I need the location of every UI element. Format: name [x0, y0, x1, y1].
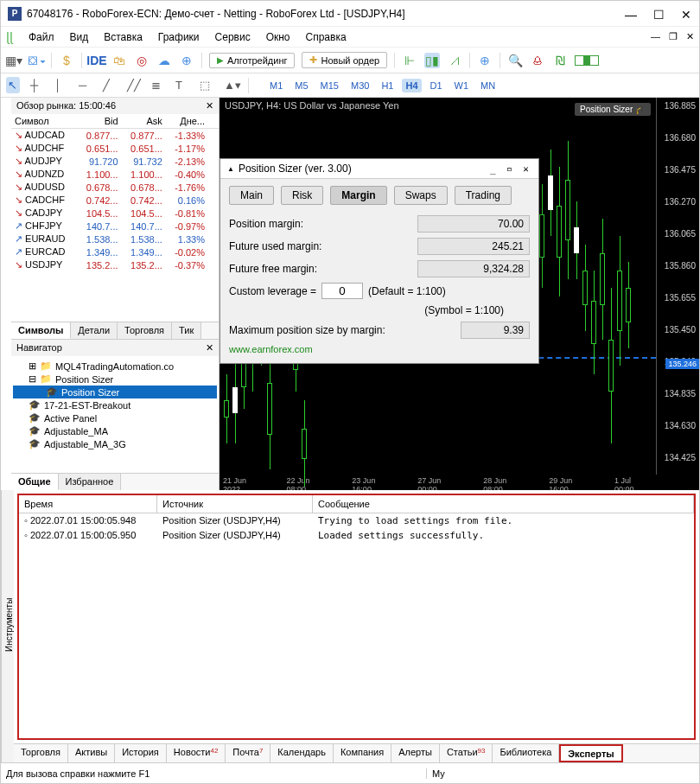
bottom-tab[interactable]: История	[115, 744, 167, 762]
tree-item[interactable]: 🎓 Position Sizer	[13, 386, 217, 398]
col-day[interactable]: Дне...	[166, 114, 208, 129]
trendline-icon[interactable]: ╱	[103, 79, 117, 92]
search-icon[interactable]: 🔍	[507, 53, 523, 68]
bottom-tab[interactable]: Компания	[334, 744, 391, 762]
tree-item[interactable]: 🎓 Adjustable_MA	[13, 424, 217, 437]
timeframe-M1[interactable]: M1	[266, 79, 286, 92]
dialog-collapse-icon[interactable]: ▲	[227, 165, 234, 173]
menu-service[interactable]: Сервис	[215, 31, 251, 43]
crosshair-icon[interactable]: ┼	[30, 79, 44, 92]
log-row[interactable]: ◦ 2022.07.01 15:00:05.950Position Sizer …	[19, 528, 694, 543]
log-col-source[interactable]: Источник	[157, 495, 313, 513]
profile-icon[interactable]: ⛋▾	[29, 53, 44, 68]
symbol-row[interactable]: ↘ USDJPY 135.2... 135.2... -0.37%	[11, 258, 219, 271]
fibo-icon[interactable]: ≣	[151, 79, 165, 92]
menu-file[interactable]: Файл	[29, 31, 54, 43]
maximize-button[interactable]: ☐	[652, 8, 665, 20]
timeframe-H4[interactable]: H4	[402, 79, 421, 92]
child-minimize-icon[interactable]: —	[651, 31, 660, 42]
market-tab[interactable]: Торговля	[118, 322, 172, 339]
nav-tab[interactable]: Избранное	[59, 474, 122, 490]
equidistant-icon[interactable]: ╱╱	[127, 79, 141, 92]
alert-icon[interactable]: 🕭	[530, 53, 545, 68]
menu-help[interactable]: Справка	[306, 31, 347, 43]
ide-button[interactable]: IDE	[89, 53, 105, 68]
dialog-controls[interactable]: _ ▫ ✕	[490, 163, 531, 175]
new-order-button[interactable]: ✚Новый ордер	[302, 52, 387, 68]
timeframe-H1[interactable]: H1	[378, 79, 397, 92]
vline-icon[interactable]: │	[54, 79, 68, 92]
col-symbol[interactable]: Символ	[11, 114, 77, 129]
child-close-icon[interactable]: ✕	[686, 31, 694, 42]
symbol-row[interactable]: ↘ CADJPY 104.5... 104.5... -0.81%	[11, 207, 219, 220]
menu-window[interactable]: Окно	[266, 31, 290, 43]
custom-leverage-input[interactable]	[321, 283, 363, 299]
bottom-tab[interactable]: Алерты	[391, 744, 440, 762]
bottom-tab[interactable]: Почта7	[226, 744, 270, 762]
bottom-tab[interactable]: Эксперты	[559, 744, 622, 762]
line-chart-icon[interactable]: ⩘	[447, 53, 462, 68]
bottom-tab[interactable]: Календарь	[270, 744, 334, 762]
bottom-tab[interactable]: Торговля	[14, 744, 68, 762]
log-col-time[interactable]: Время	[19, 495, 157, 513]
text-icon[interactable]: T	[175, 79, 189, 92]
bottom-tab[interactable]: Новости42	[167, 744, 226, 762]
dialog-tab-trading[interactable]: Trading	[455, 186, 512, 205]
close-button[interactable]: ✕	[680, 8, 692, 20]
signal-level-icon[interactable]: ₪	[552, 53, 568, 68]
new-chart-icon[interactable]: ▦▾	[6, 53, 22, 68]
cursor-icon[interactable]: ↖	[6, 77, 20, 93]
battery-icon[interactable]	[575, 55, 599, 66]
dialog-tab-main[interactable]: Main	[229, 186, 274, 205]
zoom-in-icon[interactable]: ⊕	[477, 53, 493, 68]
menu-insert[interactable]: Вставка	[104, 31, 143, 43]
position-sizer-dialog[interactable]: ▲ Position Sizer (ver. 3.00) _ ▫ ✕ MainR…	[220, 158, 539, 364]
market-tab[interactable]: Тик	[172, 322, 201, 339]
menu-charts[interactable]: Графики	[158, 31, 200, 43]
symbol-row[interactable]: ↘ AUDCHF 0.651... 0.651... -1.17%	[11, 142, 219, 155]
symbol-row[interactable]: ↘ AUDCAD 0.877... 0.877... -1.33%	[11, 129, 219, 143]
market-tab[interactable]: Символы	[11, 322, 71, 339]
tree-item[interactable]: 🎓 Active Panel	[13, 411, 217, 424]
symbol-row[interactable]: ↘ AUDUSD 0.678... 0.678... -1.76%	[11, 181, 219, 194]
vps-icon[interactable]: ☁	[156, 53, 172, 68]
symbol-row[interactable]: ↘ AUDJPY 91.720 91.732 -2.13%	[11, 155, 219, 168]
market-tab[interactable]: Детали	[71, 322, 118, 339]
child-restore-icon[interactable]: ❐	[669, 31, 678, 42]
timeframe-M5[interactable]: M5	[291, 79, 311, 92]
symbol-row[interactable]: ↗ EURCAD 1.349... 1.349... -0.02%	[11, 245, 219, 258]
market-icon[interactable]: 🛍	[111, 53, 127, 68]
timeframe-D1[interactable]: D1	[427, 79, 446, 92]
tree-item[interactable]: 🎓 Adjustable_MA_3G	[13, 437, 217, 450]
symbol-row[interactable]: ↘ CADCHF 0.742... 0.742... 0.16%	[11, 194, 219, 207]
mql5-icon[interactable]: ⊕	[179, 53, 194, 68]
symbol-row[interactable]: ↗ EURAUD 1.538... 1.538... 1.33%	[11, 233, 219, 245]
bar-chart-icon[interactable]: ⊩	[402, 53, 417, 68]
earnforex-link[interactable]: www.earnforex.com	[229, 344, 530, 354]
col-bid[interactable]: Bid	[77, 114, 121, 129]
log-col-message[interactable]: Сообщение	[313, 495, 694, 513]
hline-icon[interactable]: ─	[79, 79, 92, 92]
tree-item[interactable]: ⊞ 📁 MQL4TradingAutomation.co	[13, 360, 217, 373]
symbols-icon[interactable]: $	[59, 53, 74, 68]
navigator-close-icon[interactable]: ✕	[206, 342, 213, 354]
timeframe-MN[interactable]: MN	[477, 79, 499, 92]
bottom-tab[interactable]: Активы	[68, 744, 115, 762]
symbol-row[interactable]: ↗ CHFJPY 140.7... 140.7... -0.97%	[11, 220, 219, 233]
nav-tab[interactable]: Общие	[11, 474, 59, 490]
label-icon[interactable]: ⬚	[200, 79, 213, 92]
bottom-tab[interactable]: Библиотека	[493, 744, 559, 762]
log-row[interactable]: ◦ 2022.07.01 15:00:05.948Position Sizer …	[19, 513, 694, 528]
timeframe-M15[interactable]: M15	[317, 79, 342, 92]
dialog-tab-margin[interactable]: Margin	[330, 186, 386, 205]
market-close-icon[interactable]: ✕	[206, 100, 213, 112]
timeframe-M30[interactable]: M30	[347, 79, 372, 92]
dialog-tab-risk[interactable]: Risk	[281, 186, 323, 205]
timeframe-W1[interactable]: W1	[451, 79, 473, 92]
tree-item[interactable]: 🎓 17-21-EST-Breakout	[13, 398, 217, 411]
signals-icon[interactable]: ◎	[134, 53, 150, 68]
tree-item[interactable]: ⊟ 📁 Position Sizer	[13, 373, 217, 386]
menu-view[interactable]: Вид	[70, 31, 89, 43]
bottom-tab[interactable]: Статьи93	[440, 744, 493, 762]
symbol-row[interactable]: ↘ AUDNZD 1.100... 1.100... -0.40%	[11, 168, 219, 181]
